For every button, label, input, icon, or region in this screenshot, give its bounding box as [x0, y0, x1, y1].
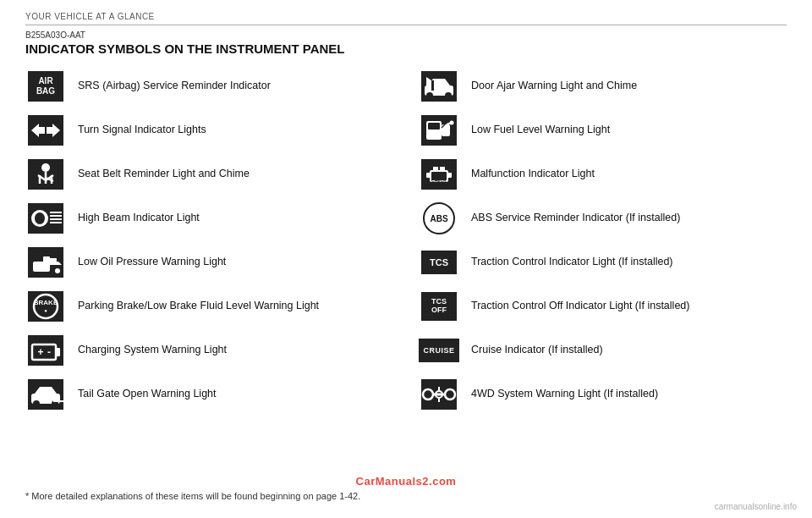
svg-rect-39 — [57, 400, 63, 402]
section-code: B255A03O-AAT — [25, 30, 787, 40]
column-divider — [393, 64, 419, 416]
svg-rect-57 — [440, 167, 445, 171]
highbeam-icon — [25, 201, 66, 236]
4wd-icon — [419, 377, 459, 412]
svg-rect-58 — [426, 173, 431, 178]
svg-rect-56 — [433, 167, 438, 171]
tcs-icon: TCS — [419, 245, 459, 280]
turn-icon — [25, 113, 66, 148]
indicator-row-charging: +-Charging System Warning Light — [25, 328, 393, 372]
indicator-label-tcs-off: Traction Control Off Indicator Light (If… — [471, 299, 689, 314]
tailgate-icon — [25, 377, 66, 412]
indicator-columns: AIRBAGSRS (Airbag) Service Reminder Indi… — [25, 64, 787, 416]
battery-icon: +- — [25, 333, 66, 368]
indicator-row-parking-brake: BRAKE●Parking Brake/Low Brake Fluid Leve… — [25, 284, 393, 328]
airbag-icon: AIRBAG — [25, 69, 66, 104]
indicator-label-charging: Charging System Warning Light — [78, 343, 227, 358]
svg-point-36 — [33, 400, 40, 407]
indicator-row-cruise: CRUISECruise Indicator (If installed) — [419, 328, 787, 372]
svg-rect-38 — [53, 394, 57, 402]
cruise-icon: CRUISE — [419, 333, 459, 368]
indicator-row-low-fuel: Low Fuel Level Warning Light — [419, 108, 787, 152]
indicator-row-4wd: 4WD System Warning Light (If installed) — [419, 372, 787, 416]
indicator-label-seatbelt: Seat Belt Reminder Light and Chime — [78, 167, 250, 182]
indicator-label-low-fuel: Low Fuel Level Warning Light — [471, 123, 610, 138]
svg-text:BRAKE: BRAKE — [34, 299, 58, 306]
svg-point-53 — [450, 121, 454, 125]
indicator-label-cruise: Cruise Indicator (If installed) — [471, 343, 603, 358]
svg-point-4 — [41, 163, 50, 172]
svg-text:-: - — [47, 346, 51, 358]
abs-icon: ABS — [419, 201, 459, 236]
page: YOUR VEHICLE AT A GLANCE B255A03O-AAT IN… — [0, 0, 812, 518]
indicator-row-tailgate: Tail Gate Open Warning Light — [25, 372, 393, 416]
indicator-row-tcs-off: TCSOFFTraction Control Off Indicator Lig… — [419, 284, 787, 328]
svg-point-43 — [426, 92, 433, 99]
indicator-row-oil-pressure: Low Oil Pressure Warning Light — [25, 240, 393, 284]
indicator-row-turn-signal: Turn Signal Indicator Lights — [25, 108, 393, 152]
indicator-label-malfunction: Malfunction Indicator Light — [471, 167, 595, 182]
indicator-row-airbag: AIRBAGSRS (Airbag) Service Reminder Indi… — [25, 64, 393, 108]
svg-rect-59 — [447, 173, 452, 178]
doorajar-icon — [419, 69, 459, 104]
svg-point-13 — [35, 212, 45, 224]
indicator-label-high-beam: High Beam Indicator Light — [78, 211, 200, 226]
indicator-row-abs: ABSABS Service Reminder Indicator (If in… — [419, 196, 787, 240]
indicator-label-oil-pressure: Low Oil Pressure Warning Light — [78, 255, 226, 270]
indicator-row-high-beam: High Beam Indicator Light — [25, 196, 393, 240]
indicator-label-airbag: SRS (Airbag) Service Reminder Indicator — [78, 79, 271, 94]
section-title: INDICATOR SYMBOLS ON THE INSTRUMENT PANE… — [25, 41, 787, 56]
indicator-label-door-ajar: Door Ajar Warning Light and Chime — [471, 79, 637, 94]
indicator-row-door-ajar: Door Ajar Warning Light and Chime — [419, 64, 787, 108]
right-column: Door Ajar Warning Light and ChimeLow Fue… — [419, 64, 787, 416]
seatbelt-icon — [25, 157, 66, 192]
tcsoff-icon: TCSOFF — [419, 289, 459, 324]
top-label: YOUR VEHICLE AT A GLANCE — [25, 12, 787, 25]
check-icon: CHECK — [419, 157, 459, 192]
svg-point-44 — [445, 92, 452, 99]
indicator-row-seatbelt: Seat Belt Reminder Light and Chime — [25, 152, 393, 196]
indicator-label-parking-brake: Parking Brake/Low Brake Fluid Level Warn… — [78, 299, 319, 314]
indicator-row-malfunction: CHECKMalfunction Indicator Light — [419, 152, 787, 196]
indicator-label-tcs: Traction Control Indicator Light (If ins… — [471, 255, 673, 270]
svg-text:+: + — [37, 346, 43, 358]
indicator-label-abs: ABS Service Reminder Indicator (If insta… — [471, 211, 680, 226]
oilcan-icon — [25, 245, 66, 280]
svg-rect-51 — [428, 123, 440, 130]
indicator-label-tailgate: Tail Gate Open Warning Light — [78, 387, 217, 402]
indicator-row-tcs: TCSTraction Control Indicator Light (If … — [419, 240, 787, 284]
svg-rect-61 — [431, 172, 447, 180]
bottom-right-label: carmanualsonline.info — [715, 502, 797, 511]
left-column: AIRBAGSRS (Airbag) Service Reminder Indi… — [25, 64, 393, 416]
svg-rect-45 — [431, 80, 434, 91]
svg-rect-21 — [48, 258, 57, 262]
svg-text:●: ● — [44, 308, 47, 313]
fuel-icon — [419, 113, 459, 148]
svg-rect-30 — [56, 348, 60, 356]
svg-point-23 — [55, 268, 60, 273]
indicator-label-4wd: 4WD System Warning Light (If installed) — [471, 387, 658, 402]
watermark: CarManuals2.com — [356, 475, 457, 488]
brake-icon: BRAKE● — [25, 289, 66, 324]
footer-note: * More detailed explanations of these it… — [25, 491, 360, 501]
indicator-label-turn-signal: Turn Signal Indicator Lights — [78, 123, 206, 138]
